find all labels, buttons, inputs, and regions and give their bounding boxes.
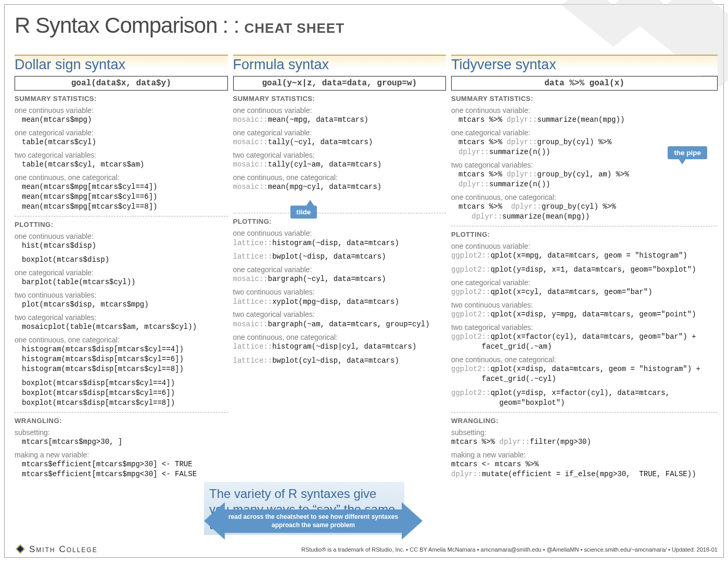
- callout-pipe: the pipe: [668, 146, 707, 159]
- desc: one categorical variable:: [15, 128, 228, 137]
- desc: subsetting:: [15, 428, 228, 437]
- code: ggplot2::qplot(x=cyl, data=mtcars, geom=…: [451, 287, 718, 297]
- desc: one continuous, one categorical:: [15, 335, 228, 344]
- code: mosaic::mean(~mpg, data=mtcars): [233, 115, 446, 125]
- section-summary: SUMMARY STATISTICS:: [451, 95, 718, 103]
- desc: two categorical variables:: [233, 150, 446, 160]
- code: ggplot2::qplot(x=disp, data=mtcars, geom…: [451, 364, 718, 384]
- column-title: Formula syntax: [233, 55, 446, 75]
- code: mean(mtcars$mpg[mtcars$cyl==4]) mean(mtc…: [22, 182, 228, 212]
- footer-credits: RStudio® is a trademark of RStudio, Inc.…: [301, 546, 718, 553]
- code: mosaic::tally(~cyl, data=mtcars): [233, 137, 446, 147]
- desc: one categorical variable:: [15, 268, 228, 277]
- desc: one continuous, one categorical:: [451, 355, 718, 364]
- code: ggplot2::qplot(x=disp, y=mpg, data=mtcar…: [451, 310, 718, 320]
- arrow-banner: read across the cheatsheet to see how di…: [225, 509, 402, 533]
- code: table(mtcars$cyl): [22, 137, 228, 147]
- code: mtcars %>% dplyr::summarize(mean(mpg)): [458, 115, 718, 125]
- code: mosaic::bargraph(~am, data=mtcars, group…: [233, 320, 446, 329]
- column-formula: Formula syntax goal(y~x|z, data=data, gr…: [233, 55, 446, 537]
- code: mosaic::mean(mpg~cyl, data=mtcars): [233, 182, 446, 192]
- desc: two categorical variables:: [451, 323, 718, 332]
- code: ggplot2::qplot(x=mpg, data=mtcars, geom …: [451, 251, 718, 261]
- code: hist(mtcars$disp): [22, 241, 228, 251]
- column-dollar-sign: Dollar sign syntax goal(data$x, data$y) …: [15, 55, 228, 537]
- code: lattice::bwplot(cyl~disp, data=mtcars): [233, 356, 446, 366]
- code: barplot(table(mtcars$cyl)): [22, 277, 228, 287]
- callout-pipe-tail: [678, 158, 686, 164]
- desc: one continuous, one categorical:: [233, 333, 446, 342]
- desc: two categorical variables:: [15, 313, 228, 322]
- section-wrangling: WRANGLING:: [451, 417, 718, 425]
- desc: one continuous variable:: [451, 241, 718, 251]
- code: mtcars %>% dplyr::filter(mpg>30): [451, 437, 718, 447]
- code: table(mtcars$cyl, mtcars$am): [22, 160, 228, 170]
- footer: Smith College RStudio® is a trademark of…: [15, 543, 718, 556]
- desc: one categorical variable:: [233, 128, 446, 137]
- code: boxplot(mtcars$disp): [22, 255, 228, 265]
- desc: two continuous variables:: [233, 287, 446, 297]
- page-subtitle: CHEAT SHEET: [245, 20, 345, 36]
- section-plotting: PLOTTING:: [451, 231, 718, 238]
- section-plotting: PLOTTING:: [233, 218, 446, 225]
- code: mtcars <- mtcars %>%: [451, 459, 718, 469]
- desc: one continuous variable:: [233, 228, 446, 238]
- code: mosaicplot(table(mtcars$am, mtcars$cyl)): [22, 322, 228, 332]
- column-tidyverse: Tidyverse syntax data %>% goal(x) SUMMAR…: [451, 55, 718, 537]
- desc: one continuous variable:: [15, 232, 228, 241]
- desc: one continuous, one categorical:: [451, 193, 718, 202]
- code: lattice::histogram(~disp|cyl, data=mtcar…: [233, 342, 446, 352]
- code: mtcars$efficient[mtcars$mpg>30] <- TRUE …: [22, 459, 228, 479]
- code: mosaic::tally(cyl~am, data=mtcars): [233, 160, 446, 170]
- code: lattice::bwplot(~disp, data=mtcars): [233, 252, 446, 262]
- code: mtcars %>% dplyr::group_by(cyl) %>%: [458, 202, 718, 212]
- desc: subsetting:: [451, 428, 718, 437]
- code: plot(mtcars$disp, mtcars$mpg): [22, 300, 228, 310]
- callout-tilde: tilde: [290, 206, 317, 219]
- desc: making a new variable:: [451, 450, 718, 459]
- desc: two categorical variables:: [233, 310, 446, 319]
- desc: one categorical variable:: [233, 265, 446, 274]
- arrow-banner-text: read across the cheatsheet to see how di…: [225, 513, 402, 529]
- section-plotting: PLOTTING:: [15, 221, 228, 228]
- desc: making a new variable:: [15, 450, 228, 459]
- page-header: R Syntax Comparison : : CHEAT SHEET: [15, 13, 344, 38]
- desc: one continuous variable:: [451, 106, 718, 115]
- code: dplyr::summarize(mean(mpg)): [458, 212, 718, 222]
- code: mean(mtcars$mpg): [22, 115, 228, 125]
- section-summary: SUMMARY STATISTICS:: [233, 95, 446, 103]
- code: histogram(mtcars$disp[mtcars$cyl==4]) hi…: [22, 344, 228, 374]
- callout-tilde-tail: [306, 200, 314, 206]
- code: lattice::xyplot(mpg~disp, data=mtcars): [233, 297, 446, 307]
- code: lattice::histogram(~disp, data=mtcars): [233, 238, 446, 248]
- section-wrangling: WRANGLING:: [15, 417, 228, 425]
- desc: one continuous, one categorical:: [233, 173, 446, 182]
- footer-logo: Smith College: [15, 543, 98, 556]
- column-title: Tidyverse syntax: [451, 55, 718, 75]
- code: dplyr::summarize(n()): [458, 180, 718, 189]
- desc: one categorical variable:: [451, 128, 718, 137]
- column-title: Dollar sign syntax: [15, 55, 228, 75]
- desc: two continuous variables:: [451, 300, 718, 310]
- goal-template: goal(data$x, data$y): [15, 76, 228, 91]
- goal-template: data %>% goal(x): [451, 76, 718, 91]
- section-summary: SUMMARY STATISTICS:: [15, 95, 228, 103]
- desc: two categorical variables:: [15, 150, 228, 160]
- code: dplyr::mutate(efficient = if_else(mpg>30…: [451, 469, 718, 479]
- code: mosaic::bargraph(~cyl, data=mtcars): [233, 274, 446, 284]
- code: ggplot2::qplot(y=disp, x=1, data=mtcars,…: [451, 265, 718, 275]
- desc: one continuous variable:: [15, 106, 228, 115]
- code: ggplot2::qplot(x=factor(cyl), data=mtcar…: [451, 332, 718, 352]
- goal-template: goal(y~x|z, data=data, group=w): [233, 76, 446, 91]
- desc: one continuous variable:: [233, 106, 446, 115]
- desc: one continuous, one categorical:: [15, 173, 228, 182]
- code: boxplot(mtcars$disp[mtcars$cyl==4]) boxp…: [22, 378, 228, 408]
- footer-logo-text: Smith College: [29, 544, 98, 555]
- page-title: R Syntax Comparison: [15, 13, 218, 38]
- desc: two continuous variables:: [15, 290, 228, 300]
- title-separator: : :: [223, 13, 239, 38]
- college-logo-icon: [15, 543, 26, 556]
- code: mtcars %>% dplyr::group_by(cyl, am) %>%: [458, 170, 718, 180]
- code: mtcars[mtcars$mpg>30, ]: [22, 437, 228, 447]
- desc: one categorical variable:: [451, 278, 718, 287]
